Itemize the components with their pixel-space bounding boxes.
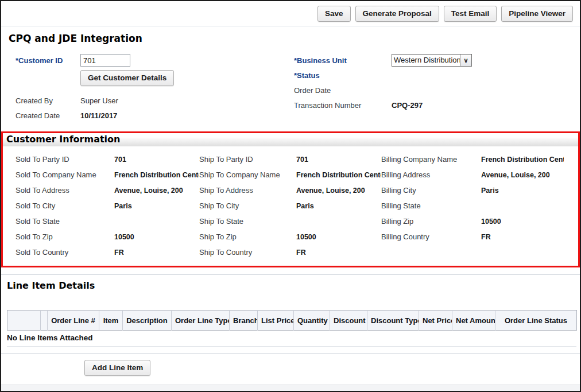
transaction-number-value: CPQ-297 [392, 101, 423, 110]
column-header-description: Description [123, 311, 172, 331]
column-header-order-line-number: Order Line # [48, 311, 99, 331]
ship-to-city-value: Paris [296, 202, 381, 210]
line-items-table: Order Line # Item Description Order Line… [7, 310, 577, 331]
order-date-label: Order Date [294, 86, 392, 95]
ship-to-party-id-label: Ship To Party ID [199, 155, 296, 164]
status-label: *Status [294, 71, 392, 80]
billing-city-label: Billing City [381, 186, 481, 195]
column-header-order-line-type: Order Line Type [172, 311, 230, 331]
column-header-blank-1 [7, 311, 41, 331]
ship-to-company-name-label: Ship To Company Name [199, 170, 296, 179]
sold-to-zip-value: 10500 [114, 233, 199, 241]
billing-country-value: FR [481, 233, 564, 241]
business-unit-selected-value: Western Distribution [392, 55, 460, 66]
billing-state-label: Billing State [381, 201, 481, 210]
ship-to-state-label: Ship To State [199, 217, 296, 226]
customer-information-section: Customer Information Sold To Party ID701… [1, 131, 580, 267]
created-by-value: Super User [80, 96, 118, 105]
sold-to-address-label: Sold To Address [16, 186, 114, 195]
sold-to-zip-label: Sold To Zip [16, 232, 114, 241]
test-email-button[interactable]: Test Email [444, 6, 497, 22]
column-header-discount: Discount [330, 311, 367, 331]
billing-column: Billing Company NameFrench Distribution … [381, 152, 564, 260]
ship-to-country-label: Ship To Country [199, 248, 296, 257]
toolbar: Save Generate Proposal Test Email Pipeli… [1, 1, 580, 26]
ship-to-party-id-value: 701 [296, 156, 381, 164]
billing-address-value: Avenue, Louise, 200 [481, 171, 564, 179]
header-form-right-column: *Business Unit Western Distribution ∨ *S… [294, 53, 570, 123]
customer-information-heading: Customer Information [3, 133, 578, 146]
ship-to-address-value: Avenue, Louise, 200 [296, 187, 381, 195]
column-header-list-price: List Price [258, 311, 294, 331]
ship-to-country-value: FR [296, 249, 381, 257]
ship-to-zip-value: 10500 [296, 233, 381, 241]
ship-to-zip-label: Ship To Zip [199, 232, 296, 241]
column-header-quantity: Quantity [294, 311, 330, 331]
sold-to-company-name-value: French Distribution Center [114, 171, 199, 179]
header-form-left-column: *Customer ID Get Customer Details Create… [16, 53, 294, 123]
get-customer-details-button[interactable]: Get Customer Details [80, 70, 174, 86]
column-header-net-price: Net Price [419, 311, 452, 331]
created-date-label: Created Date [16, 111, 80, 120]
ship-to-company-name-value: French Distribution Center [296, 171, 381, 179]
column-header-discount-type: Discount Type [367, 311, 419, 331]
sold-to-city-value: Paris [114, 202, 199, 210]
column-header-branch: Branch [230, 311, 258, 331]
section-divider [1, 274, 580, 275]
sold-to-city-label: Sold To City [16, 201, 114, 210]
billing-address-label: Billing Address [381, 170, 481, 179]
created-by-label: Created By [16, 96, 80, 105]
save-button[interactable]: Save [317, 6, 351, 22]
sold-to-address-value: Avenue, Louise, 200 [114, 187, 199, 195]
header-form: *Customer ID Get Customer Details Create… [1, 53, 580, 123]
column-header-net-amount: Net Amount [452, 311, 495, 331]
cpq-jde-integration-page: Save Generate Proposal Test Email Pipeli… [0, 0, 581, 392]
transaction-number-label: Transaction Number [294, 101, 392, 110]
billing-city-value: Paris [481, 187, 564, 195]
ship-to-city-label: Ship To City [199, 201, 296, 210]
sold-to-party-id-label: Sold To Party ID [16, 155, 114, 164]
billing-zip-value: 10500 [481, 218, 564, 226]
created-date-value: 10/11/2017 [80, 111, 117, 120]
ship-to-column: Ship To Party ID701 Ship To Company Name… [199, 152, 381, 260]
footer-strip [1, 385, 580, 391]
no-line-items-message: No Line Items Attached [7, 331, 576, 347]
add-line-item-button[interactable]: Add Line Item [84, 360, 150, 376]
column-header-order-line-status: Order Line Status [495, 311, 577, 331]
chevron-down-icon[interactable]: ∨ [460, 55, 471, 66]
pipeline-viewer-button[interactable]: Pipeline Viewer [501, 6, 573, 22]
customer-information-grid: Sold To Party ID701 Sold To Company Name… [3, 146, 578, 266]
billing-company-name-value: French Distribution Center [481, 156, 564, 164]
billing-company-name-label: Billing Company Name [381, 155, 481, 164]
section-divider [1, 353, 580, 354]
billing-country-label: Billing Country [381, 232, 481, 241]
customer-id-label: *Customer ID [16, 56, 80, 65]
generate-proposal-button[interactable]: Generate Proposal [355, 6, 439, 22]
ship-to-address-label: Ship To Address [199, 186, 296, 195]
billing-zip-label: Billing Zip [381, 217, 481, 226]
customer-id-input[interactable] [80, 54, 130, 67]
sold-to-state-label: Sold To State [16, 217, 114, 226]
column-header-blank-2 [41, 311, 48, 331]
table-header-row: Order Line # Item Description Order Line… [7, 311, 577, 331]
sold-to-country-value: FR [114, 249, 199, 257]
sold-to-party-id-value: 701 [114, 156, 199, 164]
page-title: CPQ and JDE Integration [9, 33, 580, 44]
sold-to-company-name-label: Sold To Company Name [16, 170, 114, 179]
line-item-details-heading: Line Item Details [7, 280, 580, 291]
sold-to-country-label: Sold To Country [16, 248, 114, 257]
sold-to-column: Sold To Party ID701 Sold To Company Name… [16, 152, 199, 260]
business-unit-label: *Business Unit [294, 56, 392, 65]
business-unit-select[interactable]: Western Distribution ∨ [392, 54, 472, 67]
column-header-item: Item [99, 311, 123, 331]
